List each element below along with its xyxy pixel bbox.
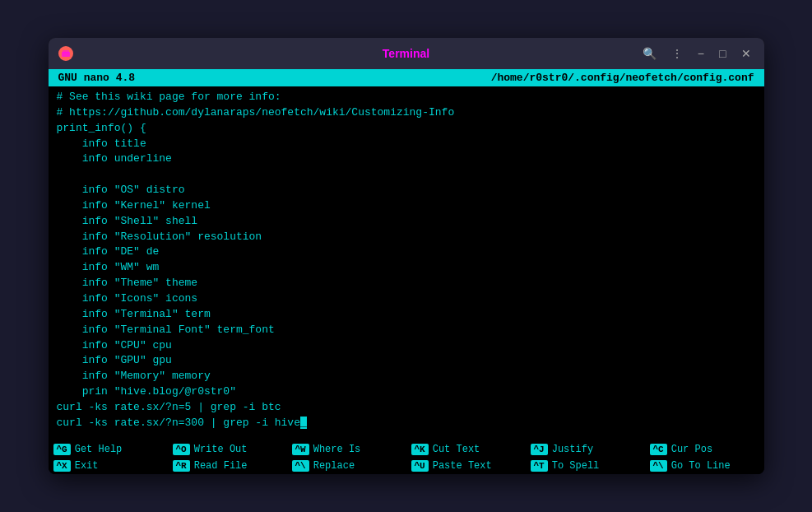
label-exit: Exit [75, 460, 99, 472]
key-go-to-line: ^\ [650, 460, 667, 472]
editor-line: # See this wiki page for more info: [57, 90, 756, 105]
footer-cmd-cut[interactable]: ^K Cut Text [406, 442, 526, 457]
editor-line: info title [57, 137, 756, 152]
nano-header: GNU nano 4.8 /home/r0str0/.config/neofet… [49, 69, 764, 86]
key-cur-pos: ^C [650, 444, 667, 455]
maximize-button[interactable]: □ [716, 45, 729, 62]
label-justify: Justify [552, 444, 593, 455]
editor-line: info "Resolution" resolution [57, 230, 756, 245]
editor-line: info "Terminal Font" term_font [57, 323, 756, 338]
editor-line: info "Theme" theme [57, 276, 756, 291]
svg-rect-1 [63, 50, 69, 53]
titlebar: Terminal 🔍 ⋮ − □ ✕ [49, 38, 764, 69]
footer-cmd-help[interactable]: ^G Get Help [49, 442, 168, 457]
key-to-spell: ^T [531, 460, 548, 472]
editor-line: info "OS" distro [57, 183, 756, 198]
key-get-help: ^G [53, 444, 71, 455]
footer-cmd-read[interactable]: ^R Read File [168, 458, 287, 473]
key-read-file: ^R [173, 460, 190, 472]
label-get-help: Get Help [75, 444, 123, 455]
label-to-spell: To Spell [552, 460, 600, 472]
footer-cmd-exit[interactable]: ^X Exit [49, 458, 168, 473]
titlebar-left [58, 46, 73, 61]
footer-cmd-write[interactable]: ^O Write Out [168, 442, 287, 457]
search-button[interactable]: 🔍 [639, 45, 660, 62]
editor-line: info "Memory" memory [57, 369, 756, 384]
nano-version: GNU nano 4.8 [58, 72, 136, 84]
menu-button[interactable]: ⋮ [668, 45, 686, 62]
key-justify: ^J [531, 444, 548, 455]
label-where-is: Where Is [313, 444, 361, 455]
editor-line: curl -ks rate.sx/?n=5 | grep -i btc [57, 400, 756, 416]
window-controls[interactable]: 🔍 ⋮ − □ ✕ [639, 45, 754, 62]
nano-footer: ^G Get Help ^O Write Out ^W Where Is ^K … [49, 441, 764, 474]
editor-area[interactable]: # See this wiki page for more info: # ht… [49, 86, 764, 441]
editor-line: info "Kernel" kernel [57, 198, 756, 214]
label-read-file: Read File [194, 460, 248, 472]
editor-line: info "Shell" shell [57, 214, 756, 230]
key-paste-text: ^U [411, 460, 429, 472]
label-go-to-line: Go To Line [671, 460, 731, 472]
footer-cmd-replace[interactable]: ^\ Replace [287, 458, 406, 473]
footer-row-1: ^G Get Help ^O Write Out ^W Where Is ^K … [49, 441, 764, 458]
editor-line: # https://github.com/dylanaraps/neofetch… [57, 105, 756, 121]
editor-line: info "WM" wm [57, 260, 756, 276]
editor-line: curl -ks rate.sx/?n=300 | grep -i hive_ [57, 416, 756, 431]
editor-line: info underline [57, 151, 756, 167]
editor-line: prin "hive.blog/@r0str0" [57, 384, 756, 400]
app-icon [58, 46, 73, 61]
footer-cmd-justify[interactable]: ^J Justify [526, 442, 645, 457]
key-cut-text: ^K [411, 444, 429, 455]
editor-line: info "GPU" gpu [57, 353, 756, 369]
editor-line: info "CPU" cpu [57, 338, 756, 354]
close-button[interactable]: ✕ [738, 45, 754, 62]
footer-cmd-goto[interactable]: ^\ Go To Line [645, 458, 764, 473]
label-replace: Replace [313, 460, 355, 472]
key-where-is: ^W [292, 444, 309, 455]
minimize-button[interactable]: − [694, 45, 708, 62]
editor-line: info "Icons" icons [57, 291, 756, 307]
editor-line [57, 167, 756, 183]
editor-line: info "Terminal" term [57, 307, 756, 323]
editor-line: info "DE" de [57, 244, 756, 260]
key-replace: ^\ [292, 460, 309, 472]
window-title: Terminal [383, 47, 429, 60]
footer-cmd-where[interactable]: ^W Where Is [287, 442, 406, 457]
footer-row-2: ^X Exit ^R Read File ^\ Replace ^U Paste… [49, 458, 764, 474]
footer-cmd-paste[interactable]: ^U Paste Text [406, 458, 526, 473]
footer-cmd-curpos[interactable]: ^C Cur Pos [645, 442, 764, 457]
label-cur-pos: Cur Pos [671, 444, 712, 455]
label-write-out: Write Out [194, 444, 248, 455]
footer-cmd-spell[interactable]: ^T To Spell [526, 458, 645, 473]
editor-line: print_info() { [57, 121, 756, 137]
key-exit: ^X [53, 460, 71, 472]
key-write-out: ^O [173, 444, 190, 455]
label-paste-text: Paste Text [433, 460, 492, 472]
label-cut-text: Cut Text [433, 444, 480, 455]
terminal-window: Terminal 🔍 ⋮ − □ ✕ GNU nano 4.8 /home/r0… [49, 38, 764, 474]
file-path: /home/r0str0/.config/neofetch/config.con… [491, 72, 754, 84]
